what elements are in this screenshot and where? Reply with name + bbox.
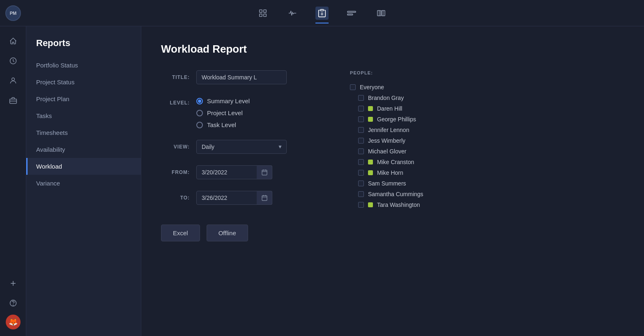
person-brandon-gray[interactable]: Brandon Gray xyxy=(358,93,465,103)
reports-sidebar: Reports Portfolio Status Project Status … xyxy=(26,26,141,336)
daren-dot xyxy=(368,106,373,111)
user-avatar[interactable]: 🦊 xyxy=(6,315,21,329)
person-mike-cranston[interactable]: Mike Cranston xyxy=(358,157,465,167)
person-jess-wimberly[interactable]: Jess Wimberly xyxy=(358,135,465,146)
from-row: FROM: xyxy=(161,165,317,179)
sidebar-people-icon[interactable] xyxy=(5,72,21,89)
brandon-name: Brandon Gray xyxy=(368,95,404,101)
mike-h-checkbox[interactable] xyxy=(358,170,364,176)
split-view-icon[interactable] xyxy=(375,7,388,20)
tara-checkbox[interactable] xyxy=(358,202,364,208)
main-layout: 🦊 Reports Portfolio Status Project Statu… xyxy=(0,26,644,336)
sidebar-bottom: 🦊 xyxy=(5,275,21,329)
michael-checkbox[interactable] xyxy=(358,148,364,154)
sidebar-item-portfolio-status[interactable]: Portfolio Status xyxy=(26,57,141,74)
sidebar-item-project-plan[interactable]: Project Plan xyxy=(26,90,141,107)
top-nav: PM xyxy=(0,0,644,26)
to-row: TO: xyxy=(161,191,317,205)
jennifer-checkbox[interactable] xyxy=(358,127,364,133)
sidebar-home-icon[interactable] xyxy=(5,33,21,49)
sidebar-item-tasks[interactable]: Tasks xyxy=(26,107,141,124)
radio-project-label: Project Level xyxy=(207,109,243,116)
logo-text: PM xyxy=(10,11,17,16)
svg-rect-8 xyxy=(347,14,353,15)
form-fields: TITLE: LEVEL: Summary Level Project Leve… xyxy=(161,70,317,241)
radio-summary-level[interactable]: Summary Level xyxy=(196,97,250,104)
radio-project-level[interactable]: Project Level xyxy=(196,109,250,116)
people-section: PEOPLE: Everyone Brandon Gray Daren Hill xyxy=(350,70,465,241)
sam-checkbox[interactable] xyxy=(358,181,364,186)
sidebar-item-workload[interactable]: Workload xyxy=(26,158,141,175)
svg-point-14 xyxy=(12,78,14,81)
brandon-checkbox[interactable] xyxy=(358,95,364,101)
svg-rect-4 xyxy=(320,9,323,11)
form-section: TITLE: LEVEL: Summary Level Project Leve… xyxy=(161,70,624,241)
svg-rect-2 xyxy=(260,14,262,16)
button-row: Excel Offline xyxy=(161,225,317,241)
excel-button[interactable]: Excel xyxy=(161,225,200,241)
svg-rect-25 xyxy=(262,196,267,201)
jennifer-name: Jennifer Lennon xyxy=(368,127,409,133)
people-title: PEOPLE: xyxy=(350,70,465,75)
title-input[interactable] xyxy=(196,70,287,84)
from-label: FROM: xyxy=(161,165,190,175)
offline-button[interactable]: Offline xyxy=(207,225,248,241)
view-select[interactable]: Daily Weekly Monthly xyxy=(196,140,287,154)
level-label: LEVEL: xyxy=(161,96,190,106)
sidebar-item-availability[interactable]: Availability xyxy=(26,141,141,158)
svg-rect-3 xyxy=(264,14,266,16)
sidebar-item-timesheets[interactable]: Timesheets xyxy=(26,124,141,141)
pulse-icon[interactable] xyxy=(286,7,299,20)
to-date-wrapper xyxy=(196,191,272,205)
daren-checkbox[interactable] xyxy=(358,106,364,111)
person-george-phillips[interactable]: George Phillips xyxy=(358,114,465,125)
george-name: George Phillips xyxy=(377,116,416,123)
sidebar-briefcase-icon[interactable] xyxy=(5,92,21,109)
mike-c-dot xyxy=(368,160,373,165)
michael-name: Michael Glover xyxy=(368,148,406,155)
title-row: TITLE: xyxy=(161,70,317,84)
mike-c-checkbox[interactable] xyxy=(358,159,364,165)
person-michael-glover[interactable]: Michael Glover xyxy=(358,146,465,157)
radio-task-label: Task Level xyxy=(207,121,236,128)
level-radio-group: Summary Level Project Level Task Level xyxy=(196,96,250,128)
radio-project-btn[interactable] xyxy=(196,110,203,116)
person-mike-horn[interactable]: Mike Horn xyxy=(358,167,465,178)
person-tara-washington[interactable]: Tara Washington xyxy=(358,199,465,210)
svg-point-20 xyxy=(13,305,13,306)
radio-summary-btn[interactable] xyxy=(196,98,203,104)
samantha-checkbox[interactable] xyxy=(358,191,364,197)
george-dot xyxy=(368,117,373,122)
radio-task-level[interactable]: Task Level xyxy=(196,121,250,128)
person-everyone[interactable]: Everyone xyxy=(350,82,465,93)
person-samantha-cummings[interactable]: Samantha Cummings xyxy=(358,189,465,199)
top-nav-icons xyxy=(256,7,388,20)
everyone-checkbox[interactable] xyxy=(350,84,356,90)
radio-task-btn[interactable] xyxy=(196,122,203,128)
view-select-wrapper: Daily Weekly Monthly ▼ xyxy=(196,140,287,154)
pm-logo[interactable]: PM xyxy=(5,5,21,21)
sam-name: Sam Summers xyxy=(368,180,406,187)
to-calendar-btn[interactable] xyxy=(257,191,272,205)
svg-rect-7 xyxy=(347,11,356,12)
icon-sidebar: 🦊 xyxy=(0,26,26,336)
jess-checkbox[interactable] xyxy=(358,138,364,144)
person-daren-hill[interactable]: Daren Hill xyxy=(358,103,465,114)
sidebar-add-icon[interactable] xyxy=(5,275,21,292)
to-label: TO: xyxy=(161,191,190,201)
person-jennifer-lennon[interactable]: Jennifer Lennon xyxy=(358,125,465,135)
george-checkbox[interactable] xyxy=(358,116,364,122)
radio-summary-label: Summary Level xyxy=(207,97,250,104)
everyone-name: Everyone xyxy=(360,84,384,90)
person-sam-summers[interactable]: Sam Summers xyxy=(358,178,465,189)
clipboard-icon[interactable] xyxy=(315,7,329,20)
sidebar-item-variance[interactable]: Variance xyxy=(26,175,141,192)
dash-icon[interactable] xyxy=(345,7,358,20)
scan-icon[interactable] xyxy=(256,7,269,20)
from-calendar-btn[interactable] xyxy=(257,165,272,179)
sidebar-help-icon[interactable] xyxy=(5,295,21,311)
logo-area: PM xyxy=(0,0,26,26)
view-row: VIEW: Daily Weekly Monthly ▼ xyxy=(161,140,317,154)
sidebar-item-project-status[interactable]: Project Status xyxy=(26,74,141,90)
sidebar-clock-icon[interactable] xyxy=(5,53,21,69)
